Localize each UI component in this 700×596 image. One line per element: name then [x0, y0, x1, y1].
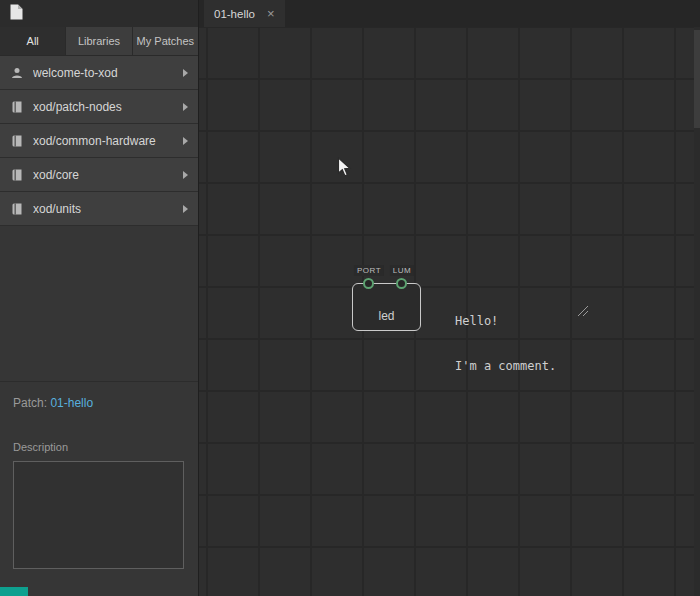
tab-libraries-label: Libraries	[78, 35, 120, 47]
scrollbar-thumb[interactable]	[694, 30, 700, 128]
pin-lum[interactable]	[396, 278, 407, 289]
node-led[interactable]: PORT LUM led	[352, 283, 421, 331]
vertical-scrollbar[interactable]	[694, 27, 700, 596]
sidebar-item-xod-units[interactable]: xod/units	[0, 192, 198, 226]
patch-tab[interactable]: 01-hello ×	[204, 0, 285, 27]
tab-close-icon[interactable]: ×	[267, 7, 275, 20]
browser-list: welcome-to-xod xod/patch-nodes xod/commo…	[0, 56, 198, 226]
mouse-cursor	[337, 157, 352, 178]
tab-libraries[interactable]: Libraries	[66, 27, 132, 55]
chevron-right-icon	[183, 69, 188, 77]
chevron-right-icon	[183, 103, 188, 111]
patch-line: Patch: 01-hello	[13, 396, 185, 410]
list-item-label: xod/patch-nodes	[33, 100, 183, 114]
sidebar-item-xod-common-hardware[interactable]: xod/common-hardware	[0, 124, 198, 158]
library-icon	[10, 135, 24, 147]
tab-my-patches-label: My Patches	[137, 35, 194, 47]
chevron-right-icon	[183, 171, 188, 179]
description-textarea[interactable]	[13, 461, 184, 569]
browser-tabs: All Libraries My Patches	[0, 27, 198, 56]
sidebar-item-welcome-to-xod[interactable]: welcome-to-xod	[0, 56, 198, 90]
list-item-label: xod/common-hardware	[33, 134, 183, 148]
user-icon	[10, 67, 24, 79]
pin-label-port: PORT	[354, 265, 384, 276]
sidebar-toolbar	[0, 0, 198, 27]
tab-all[interactable]: All	[0, 27, 66, 55]
new-patch-icon	[10, 4, 23, 23]
patch-name: 01-hello	[50, 396, 93, 410]
sidebar-item-xod-core[interactable]: xod/core	[0, 158, 198, 192]
library-icon	[10, 169, 24, 181]
patch-label: Patch:	[13, 396, 47, 410]
list-item-label: xod/units	[33, 202, 183, 216]
tab-my-patches[interactable]: My Patches	[133, 27, 198, 55]
library-icon	[10, 203, 24, 215]
deployment-bar[interactable]	[0, 587, 28, 596]
list-item-label: xod/core	[33, 168, 183, 182]
patch-tab-label: 01-hello	[214, 8, 255, 20]
library-icon	[10, 101, 24, 113]
comment-resize-grip-icon[interactable]	[534, 290, 589, 336]
comment-node[interactable]: Hello! I'm a comment.	[455, 284, 587, 330]
chevron-right-icon	[183, 137, 188, 145]
node-label: led	[353, 309, 420, 323]
editor-tabbar: 01-hello ×	[199, 0, 700, 27]
chevron-right-icon	[183, 205, 188, 213]
project-browser: All Libraries My Patches welcome-to-xod	[0, 0, 199, 596]
new-patch-button[interactable]	[6, 2, 27, 25]
list-item-label: welcome-to-xod	[33, 66, 183, 80]
tab-all-label: All	[27, 35, 39, 47]
patch-info-panel: Patch: 01-hello Description	[0, 381, 198, 572]
description-label: Description	[13, 441, 185, 453]
pin-port[interactable]	[363, 278, 374, 289]
patch-canvas[interactable]: PORT LUM led Hello! I'm a comment.	[199, 27, 700, 596]
sidebar-item-xod-patch-nodes[interactable]: xod/patch-nodes	[0, 90, 198, 124]
comment-line: I'm a comment.	[455, 359, 587, 374]
pin-label-lum: LUM	[390, 265, 414, 276]
